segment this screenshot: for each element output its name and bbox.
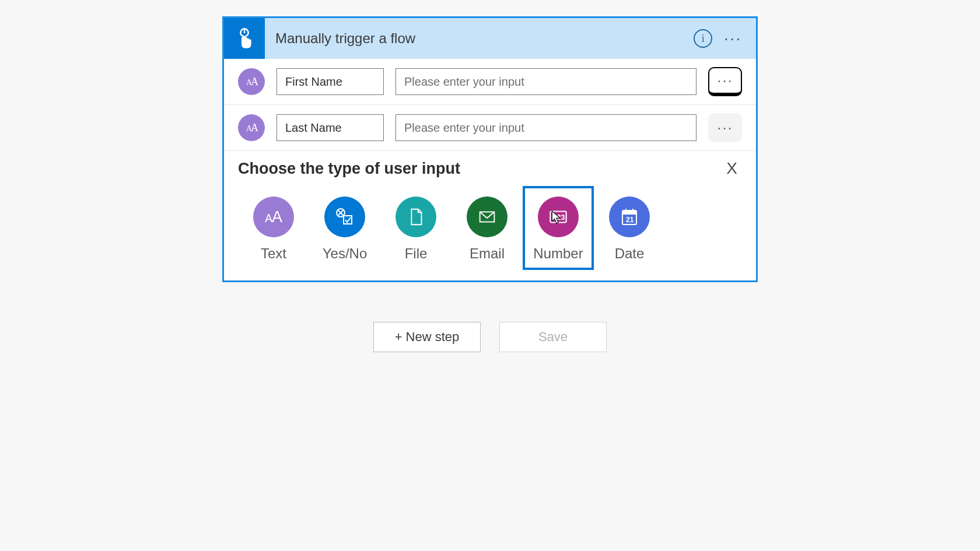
svg-rect-11: [344, 216, 352, 224]
type-label: Date: [615, 245, 645, 262]
type-label: Number: [533, 245, 583, 262]
input-value-field[interactable]: [396, 114, 696, 141]
input-name-label: First Name: [285, 75, 342, 89]
svg-text:123: 123: [553, 213, 565, 222]
input-name-field[interactable]: First Name: [276, 68, 384, 95]
input-type-file[interactable]: File: [380, 186, 452, 270]
trigger-card: Manually trigger a flow i ··· AA First N…: [222, 16, 758, 282]
svg-text:A: A: [272, 208, 282, 226]
number-type-icon: 123: [538, 196, 579, 237]
email-type-icon: [467, 196, 508, 237]
trigger-title: Manually trigger a flow: [265, 30, 694, 47]
svg-text:A: A: [251, 122, 258, 134]
date-type-icon: 21: [609, 196, 650, 237]
save-button[interactable]: Save: [499, 322, 607, 352]
yesno-type-icon: [324, 196, 365, 237]
trigger-menu-button[interactable]: ···: [723, 29, 743, 48]
input-type-yesno[interactable]: Yes/No: [309, 186, 380, 270]
input-row-menu-button[interactable]: ···: [708, 67, 742, 96]
new-step-button[interactable]: + New step: [373, 322, 481, 352]
type-label: File: [405, 245, 428, 262]
input-name-label: Last Name: [285, 121, 342, 135]
type-label: Yes/No: [323, 245, 368, 262]
input-name-field[interactable]: Last Name: [276, 114, 384, 141]
choose-input-type-panel: Choose the type of user input X AA Text: [224, 151, 756, 280]
manual-trigger-icon: [233, 27, 256, 50]
input-type-text[interactable]: AA Text: [238, 186, 309, 270]
text-icon: AA: [238, 114, 265, 141]
input-value-field[interactable]: [396, 68, 696, 95]
svg-text:21: 21: [626, 216, 634, 224]
input-type-number[interactable]: 123 Number: [523, 186, 594, 270]
file-type-icon: [396, 196, 436, 237]
input-row-menu-button[interactable]: ···: [708, 113, 742, 142]
close-icon[interactable]: X: [722, 159, 742, 178]
info-icon[interactable]: i: [694, 29, 712, 48]
input-type-email[interactable]: Email: [452, 186, 523, 270]
svg-text:A: A: [251, 76, 258, 87]
input-row-last-name: AA Last Name ···: [224, 105, 756, 151]
type-label: Email: [470, 245, 505, 262]
trigger-header: Manually trigger a flow i ···: [224, 18, 756, 59]
input-row-first-name: AA First Name ···: [224, 59, 756, 105]
flow-action-buttons: + New step Save: [373, 322, 607, 352]
text-type-icon: AA: [253, 196, 294, 237]
trigger-logo: [224, 18, 265, 59]
choose-title: Choose the type of user input: [238, 160, 460, 178]
input-type-date[interactable]: 21 Date: [594, 186, 665, 270]
svg-rect-16: [622, 210, 636, 215]
text-icon: AA: [238, 68, 265, 95]
type-label: Text: [261, 245, 286, 262]
